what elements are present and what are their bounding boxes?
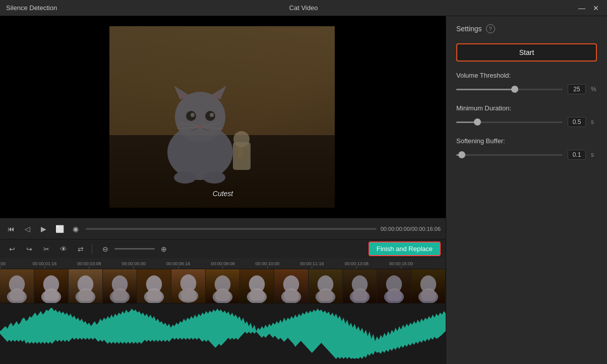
track-thumbnails (0, 269, 446, 303)
document-title: Cat Video (289, 4, 318, 12)
settings-label: Settings (456, 25, 482, 33)
minimum-duration-label: Minimum Duration: (456, 104, 597, 112)
ruler-tick-9: 00:00:15:00 (389, 261, 413, 269)
softening-buffer-value[interactable]: 0.1 (568, 150, 586, 160)
minimum-duration-slider[interactable] (456, 117, 563, 127)
volume-threshold-value[interactable]: 25 (568, 84, 586, 94)
app-title: Silence Detection (6, 4, 57, 12)
window-controls: — ✕ (577, 3, 601, 13)
svg-point-41 (350, 290, 370, 304)
thumb-cell-12 (377, 269, 411, 304)
video-track (0, 269, 446, 304)
svg-point-29 (144, 290, 164, 304)
help-icon[interactable]: ? (486, 24, 495, 33)
minimum-duration-row: 0.5 s (456, 117, 597, 127)
slider-thumb-volume[interactable] (511, 86, 518, 93)
volume-threshold-label: Volume Threshold: (456, 72, 597, 79)
svg-point-27 (110, 290, 130, 304)
thumb-cell-9 (274, 269, 309, 304)
black-bar-left (0, 16, 50, 218)
close-button[interactable]: ✕ (591, 3, 601, 13)
undo-button[interactable]: ↩ (5, 242, 19, 256)
timeline-ruler: 00:00 00:00:01:16 00:00:03:08 00:00:05:0… (0, 258, 446, 269)
cut-button[interactable]: ✂ (39, 242, 53, 256)
ruler-inner: 00:00 00:00:01:16 00:00:03:08 00:00:05:0… (0, 258, 446, 269)
left-panel: Cutest ⏮ ◁ ▶ ⬜ ◉ 00:00:00:00/00:00:16:06… (0, 16, 446, 364)
svg-point-33 (213, 290, 232, 304)
play-button[interactable]: ▶ (37, 223, 49, 235)
step-back-button[interactable]: ◁ (21, 223, 33, 235)
waveform-svg (0, 304, 446, 359)
svg-point-43 (384, 290, 404, 304)
slider-thumb-duration[interactable] (474, 118, 481, 126)
svg-point-35 (247, 290, 267, 304)
softening-buffer-label: Softening Buffer: (456, 137, 597, 145)
ruler-tick-6: 00:00:10:00 (256, 261, 280, 269)
finish-replace-button[interactable]: Finish and Replace (369, 241, 441, 256)
softening-buffer-row: 0.1 s (456, 150, 597, 160)
thumb-cell-8 (240, 269, 274, 304)
thumb-cell-11 (343, 269, 377, 304)
video-canvas: Cutest (109, 26, 336, 208)
cat-scene: Cutest (109, 26, 336, 208)
svg-point-23 (41, 290, 61, 304)
svg-point-37 (281, 290, 301, 304)
softening-buffer-group: Softening Buffer: 0.1 s (456, 137, 597, 160)
ruler-tick-3: 00:00:05:00 (122, 261, 146, 269)
volume-threshold-row: 25 % (456, 84, 597, 94)
ruler-tick-8: 00:00:13:08 (344, 261, 369, 269)
slider-thumb-buffer[interactable] (458, 151, 465, 158)
main-content: Cutest ⏮ ◁ ▶ ⬜ ◉ 00:00:00:00/00:00:16:06… (0, 16, 607, 364)
crop-button[interactable]: ⬜ (53, 223, 66, 235)
volume-threshold-unit: % (591, 86, 597, 93)
volume-threshold-group: Volume Threshold: 25 % (456, 72, 597, 94)
slider-track-volume (456, 89, 563, 90)
toolbar-separator-1 (92, 244, 92, 254)
eye-button[interactable]: 👁 (56, 242, 71, 256)
settings-header: Settings ? (456, 24, 597, 33)
start-button[interactable]: Start (456, 43, 597, 62)
black-bar-right (335, 16, 446, 218)
video-container: Cutest (0, 16, 446, 218)
circle-button[interactable]: ◉ (70, 223, 82, 235)
thumb-cell-5 (137, 269, 171, 304)
progress-bar[interactable] (86, 228, 377, 230)
ruler-tick-0: 00:00 (0, 261, 6, 269)
right-panel: Settings ? Start Volume Threshold: 25 % … (446, 16, 607, 364)
svg-point-31 (178, 289, 198, 303)
thumb-cell-13 (411, 269, 446, 304)
mirror-button[interactable]: ⇄ (74, 242, 88, 256)
thumb-cell-10 (309, 269, 343, 304)
ruler-tick-1: 00:00:01:16 (33, 261, 57, 269)
skip-back-button[interactable]: ⏮ (5, 223, 17, 235)
softening-buffer-slider[interactable] (456, 150, 563, 159)
edit-toolbar: ↩ ↪ ✂ 👁 ⇄ ⊖ ⊕ Finish and Replace (0, 239, 446, 258)
zoom-in-button[interactable]: ⊕ (157, 242, 171, 256)
ruler-tick-7: 00:00:11:16 (300, 261, 324, 269)
thumb-cell-3 (69, 269, 103, 304)
video-dark-overlay (109, 26, 336, 208)
ruler-tick-4: 00:00:06:16 (166, 261, 191, 269)
timeline-area: 00:00 00:00:01:16 00:00:03:08 00:00:05:0… (0, 258, 446, 364)
time-display: 00:00:00:00/00:00:16:06 (381, 226, 441, 232)
slider-fill-volume (456, 89, 515, 90)
minimum-duration-group: Minimum Duration: 0.5 s (456, 104, 597, 127)
volume-threshold-slider[interactable] (456, 85, 563, 94)
minimum-duration-value[interactable]: 0.5 (568, 117, 586, 127)
zoom-bar (114, 248, 155, 250)
slider-track-duration (456, 122, 563, 123)
slider-track-buffer (456, 154, 563, 156)
redo-button[interactable]: ↪ (22, 242, 36, 256)
playback-controls: ⏮ ◁ ▶ ⬜ ◉ 00:00:00:00/00:00:16:06 (0, 218, 446, 239)
svg-point-45 (418, 290, 438, 304)
thumb-cell-2 (34, 269, 69, 304)
softening-buffer-unit: s (591, 151, 597, 158)
thumb-cell-6 (171, 269, 206, 304)
svg-point-39 (316, 290, 335, 304)
minimum-duration-unit: s (591, 118, 597, 126)
thumb-cell-7 (206, 269, 240, 304)
minimize-button[interactable]: — (577, 3, 587, 13)
zoom-out-button[interactable]: ⊖ (98, 242, 112, 256)
video-preview: Cutest (0, 16, 446, 218)
svg-point-25 (76, 290, 95, 304)
